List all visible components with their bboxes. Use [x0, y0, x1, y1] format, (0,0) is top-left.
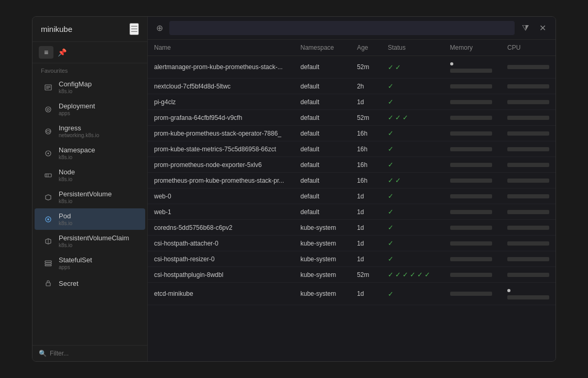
list-view-button[interactable]: ≡ — [39, 46, 53, 59]
check-icon: ✓ — [395, 114, 401, 121]
pod-namespace: kube-system — [294, 251, 351, 267]
persistentvolumeclaim-icon — [43, 236, 53, 247]
col-header-memory: Memory — [444, 40, 501, 56]
table-row[interactable]: etcd-minikube kube-system 1d ✓ — [148, 283, 556, 305]
pod-name: pi-g4clz — [148, 94, 294, 110]
pod-namespace: default — [294, 56, 351, 79]
sidebar-item-persistentvolume[interactable]: PersistentVolume k8s.io — [35, 186, 145, 208]
sidebar-item-name-node: Node — [59, 168, 75, 176]
pods-table-container: Name Namespace Age Status Memory CPU ale… — [148, 40, 556, 361]
sidebar-item-name-pod: Pod — [59, 212, 72, 220]
sidebar-item-statefulset[interactable]: StatefulSet apps — [35, 252, 145, 274]
pod-age: 1d — [351, 236, 382, 251]
statefulset-icon — [43, 258, 53, 269]
pod-icon — [43, 214, 53, 225]
pod-namespace: default — [294, 94, 351, 110]
pod-status: ✓✓✓ — [382, 110, 444, 126]
filter-button[interactable]: ⧩ — [519, 23, 532, 34]
sidebar-item-name-namespace: Namespace — [59, 146, 95, 154]
pod-namespace: default — [294, 188, 351, 204]
pod-memory — [444, 283, 501, 305]
table-row[interactable]: csi-hostpathplugin-8wdbl kube-system 52m… — [148, 267, 556, 283]
pod-memory — [444, 94, 501, 110]
svg-point-5 — [47, 108, 49, 110]
table-row[interactable]: prom-grafana-64cfbf954d-v9cfh default 52… — [148, 110, 556, 126]
pod-memory — [444, 251, 501, 267]
pod-name: web-1 — [148, 204, 294, 220]
pod-namespace: default — [294, 141, 351, 157]
search-input[interactable] — [169, 21, 515, 35]
close-button[interactable]: ✕ — [536, 22, 549, 34]
pod-age: 52m — [351, 267, 382, 283]
check-icon: ✓ — [395, 271, 401, 279]
pod-status: ✓ — [382, 220, 444, 236]
table-row[interactable]: coredns-5dd5756b68-c6pv2 kube-system 1d … — [148, 220, 556, 236]
pod-name: etcd-minikube — [148, 283, 294, 305]
deployment-icon — [43, 104, 53, 115]
table-row[interactable]: prom-prometheus-node-exporter-5xlv6 defa… — [148, 157, 556, 173]
table-row[interactable]: nextcloud-7cf5bf4d8d-5ltwc default 2h ✓ — [148, 79, 556, 94]
svg-rect-16 — [45, 263, 51, 264]
pod-name: prom-prometheus-node-exporter-5xlv6 — [148, 157, 294, 173]
pod-age: 2h — [351, 79, 382, 94]
resource-add-button[interactable]: ⊕ — [154, 22, 165, 34]
check-icon: ✓ — [388, 145, 394, 153]
sidebar-item-pod[interactable]: Pod k8s.io — [35, 208, 145, 230]
pod-age: 1d — [351, 283, 382, 305]
table-row[interactable]: csi-hostpath-resizer-0 kube-system 1d ✓ — [148, 251, 556, 267]
table-row[interactable]: prom-kube-prometheus-stack-operator-7886… — [148, 126, 556, 141]
sidebar: minikube ☰ ≡ 📌 Favourites ConfigMap k8s.… — [32, 17, 148, 361]
sidebar-item-secret[interactable]: Secret — [35, 274, 145, 292]
pod-namespace: kube-system — [294, 283, 351, 305]
sidebar-item-sub-pod: k8s.io — [59, 220, 72, 226]
check-icon: ✓ — [395, 176, 401, 184]
sidebar-title: minikube — [41, 25, 72, 34]
col-header-name: Name — [148, 40, 294, 56]
pod-memory — [444, 141, 501, 157]
sidebar-item-deployment[interactable]: Deployment apps — [35, 98, 145, 120]
main-toolbar: ⊕ ⧩ ✕ — [148, 17, 556, 40]
sidebar-item-ingress[interactable]: Ingress networking.k8s.io — [35, 120, 145, 142]
sidebar-item-sub-node: k8s.io — [59, 176, 75, 182]
svg-rect-17 — [45, 265, 51, 266]
pod-age: 16h — [351, 126, 382, 141]
pod-memory — [444, 220, 501, 236]
table-row[interactable]: csi-hostpath-attacher-0 kube-system 1d ✓ — [148, 236, 556, 251]
pin-button[interactable]: 📌 — [58, 48, 67, 57]
sidebar-item-configmap[interactable]: ConfigMap k8s.io — [35, 76, 145, 98]
table-row[interactable]: web-1 default 1d ✓ — [148, 204, 556, 220]
check-icon: ✓ — [388, 161, 394, 169]
pod-status: ✓✓✓✓✓✓ — [382, 267, 444, 283]
svg-point-13 — [47, 218, 49, 220]
check-icon: ✓ — [388, 82, 394, 90]
pod-namespace: default — [294, 126, 351, 141]
sidebar-item-name-ingress: Ingress — [59, 124, 99, 132]
pod-age: 16h — [351, 141, 382, 157]
sidebar-filter: 🔍 — [32, 345, 147, 361]
pod-name: prometheus-prom-kube-prometheus-stack-pr… — [148, 173, 294, 188]
check-icon: ✓ — [388, 271, 394, 279]
table-row[interactable]: pi-g4clz default 1d ✓ — [148, 94, 556, 110]
sidebar-item-namespace[interactable]: Namespace k8s.io — [35, 142, 145, 164]
table-row[interactable]: prom-kube-state-metrics-75c5d86958-66zct… — [148, 141, 556, 157]
pod-age: 52m — [351, 110, 382, 126]
menu-icon-button[interactable]: ☰ — [129, 23, 139, 35]
check-icon: ✓ — [388, 290, 394, 298]
pod-memory — [444, 204, 501, 220]
pod-memory — [444, 267, 501, 283]
sidebar-item-persistentvolumeclaim[interactable]: PersistentVolumeClaim k8s.io — [35, 230, 145, 252]
table-row[interactable]: prometheus-prom-kube-prometheus-stack-pr… — [148, 173, 556, 188]
pod-cpu — [501, 157, 556, 173]
pod-cpu — [501, 79, 556, 94]
sidebar-item-node[interactable]: Node k8s.io — [35, 164, 145, 186]
filter-input[interactable] — [50, 350, 141, 357]
table-row[interactable]: web-0 default 1d ✓ — [148, 188, 556, 204]
check-icon: ✓ — [417, 271, 423, 279]
pod-cpu — [501, 283, 556, 305]
pods-table: Name Namespace Age Status Memory CPU ale… — [148, 40, 556, 305]
sidebar-item-sub-deployment: apps — [59, 110, 95, 116]
table-row[interactable]: alertmanager-prom-kube-prometheus-stack-… — [148, 56, 556, 79]
check-icon: ✓ — [388, 114, 394, 121]
svg-rect-15 — [45, 261, 51, 262]
pod-age: 1d — [351, 204, 382, 220]
